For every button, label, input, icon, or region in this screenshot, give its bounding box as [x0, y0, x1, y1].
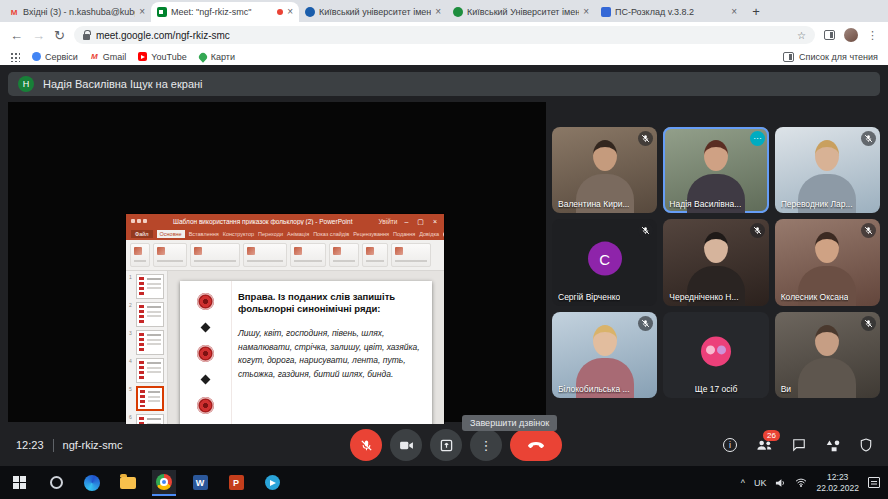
ribbon-tab-view[interactable]: Подання — [393, 231, 415, 237]
apps-grid-icon[interactable] — [10, 52, 20, 62]
editing-group[interactable] — [329, 243, 359, 267]
system-tray: ^ UK 12:23 22.02.2022 — [741, 472, 880, 493]
bookmark-youtube[interactable]: YouTube — [138, 52, 186, 62]
self-view-tile[interactable]: Ви — [775, 312, 880, 398]
ribbon-tab-design[interactable]: Конструктор — [223, 231, 254, 237]
ribbon-tab-animations[interactable]: Анімація — [287, 231, 309, 237]
slide-thumbnail[interactable]: 1 — [129, 274, 164, 299]
mic-toggle-button[interactable] — [350, 429, 382, 461]
slides-group[interactable] — [153, 243, 187, 267]
ribbon-tab-help[interactable]: Довідка — [419, 231, 439, 237]
address-bar[interactable]: meet.google.com/ngf-rkiz-smc ☆ — [74, 26, 815, 44]
volume-icon[interactable] — [775, 478, 786, 488]
taskbar-chrome-active[interactable] — [152, 470, 176, 496]
participant-tile[interactable]: Колесник Оксана — [775, 219, 880, 305]
gmail-favicon-icon — [9, 7, 19, 17]
taskbar-explorer[interactable] — [116, 470, 140, 496]
slide-thumbnail[interactable]: 3 — [129, 330, 164, 355]
participants-button[interactable]: 26 — [756, 439, 773, 451]
forward-button[interactable]: → — [32, 29, 45, 42]
new-tab-button[interactable]: + — [747, 3, 765, 21]
taskbar-powerpoint[interactable] — [224, 470, 248, 496]
language-indicator[interactable]: UK — [754, 478, 767, 488]
tab-close-icon[interactable]: × — [731, 7, 737, 17]
close-icon[interactable]: × — [431, 218, 439, 225]
leaf-icon — [201, 322, 211, 332]
tab-close-icon[interactable]: × — [139, 7, 145, 17]
share-button[interactable]: Спільний доступ — [443, 231, 444, 237]
taskbar-edge[interactable] — [80, 470, 104, 496]
ribbon-tab-transitions[interactable]: Переходи — [258, 231, 283, 237]
quick-access-toolbar — [131, 219, 147, 223]
search-button[interactable] — [44, 470, 68, 496]
tab-meet[interactable]: Meet: "ngf-rkiz-smc" × — [151, 2, 299, 22]
camera-toggle-button[interactable] — [390, 429, 422, 461]
tray-expand-icon[interactable]: ^ — [741, 478, 745, 488]
more-participants-tile[interactable]: Ще 17 осіб — [663, 312, 768, 398]
more-options-button[interactable]: ⋮ — [470, 429, 502, 461]
meet-control-bar: 12:23 ngf-rkiz-smc ⋮ 26 — [0, 424, 888, 466]
signin-button[interactable]: Увійти — [378, 218, 397, 225]
maps-pin-icon — [197, 51, 208, 62]
word-icon — [193, 475, 208, 490]
ribbon-tab-home[interactable]: Основне — [157, 230, 185, 238]
services-icon — [32, 52, 41, 61]
voice-group[interactable] — [362, 243, 388, 267]
tab-close-icon[interactable]: × — [583, 7, 589, 17]
participant-name: Колесник Оксана — [781, 292, 849, 302]
activities-button[interactable] — [825, 439, 841, 452]
participant-tile-active-speaker[interactable]: ⋯ Надія Василівна... — [663, 127, 768, 213]
designer-group[interactable] — [391, 243, 431, 267]
tab-schedule[interactable]: ПС-Розклад v.3.8.2 × — [595, 2, 743, 22]
back-button[interactable]: ← — [10, 29, 23, 42]
maximize-icon[interactable]: ▢ — [415, 218, 426, 225]
participant-tile[interactable]: Білокобильська ... — [552, 312, 657, 398]
taskbar-clock[interactable]: 12:23 22.02.2022 — [816, 472, 859, 493]
slide-thumbnail-selected[interactable]: 5 — [129, 386, 164, 411]
participant-tile[interactable]: Чередніченко Н... — [663, 219, 768, 305]
ribbon-tab-file[interactable]: Файл — [131, 230, 153, 238]
ribbon-tab-insert[interactable]: Вставлення — [189, 231, 219, 237]
start-button[interactable] — [8, 470, 32, 496]
clipboard-group[interactable] — [130, 243, 150, 267]
bookmark-star-icon[interactable]: ☆ — [797, 30, 806, 41]
folder-icon — [120, 477, 136, 489]
minimize-icon[interactable]: – — [402, 218, 410, 225]
action-center-icon[interactable] — [868, 477, 880, 488]
ribbon-tab-slideshow[interactable]: Показ слайдів — [313, 231, 349, 237]
ribbon-tab-review[interactable]: Рецензування — [353, 231, 389, 237]
tab-close-icon[interactable]: × — [287, 7, 293, 17]
shared-screen[interactable]: Шаблон використання приказок фольклору (… — [8, 102, 546, 422]
drawing-group[interactable] — [290, 243, 326, 267]
bookmark-gmail[interactable]: Gmail — [90, 52, 127, 62]
reload-button[interactable]: ↻ — [54, 29, 65, 42]
reading-list-button[interactable]: Список для чтения — [783, 52, 878, 62]
bookmark-maps[interactable]: Карти — [199, 52, 235, 62]
participant-tile[interactable]: С Сергій Вірченко — [552, 219, 657, 305]
end-call-button[interactable] — [510, 429, 562, 461]
host-controls-button[interactable] — [860, 438, 872, 452]
participant-tile[interactable]: Переводник Лар... — [775, 127, 880, 213]
slide-thumbnail[interactable]: 4 — [129, 358, 164, 383]
browser-menu-icon[interactable]: ⋮ — [867, 29, 878, 42]
tab-university-2[interactable]: Київський Університет імені Б × — [447, 2, 595, 22]
meeting-details-button[interactable] — [723, 438, 737, 452]
tab-close-icon[interactable]: × — [435, 7, 441, 17]
taskbar-telegram[interactable] — [260, 470, 284, 496]
participant-tile[interactable]: Валентина Кири... — [552, 127, 657, 213]
side-panel-icon[interactable] — [824, 30, 835, 40]
tab-university-1[interactable]: Київський університет імені Б × — [299, 2, 447, 22]
present-screen-button[interactable] — [430, 429, 462, 461]
network-icon[interactable] — [795, 478, 807, 487]
tab-gmail[interactable]: Вхідні (3) - n.kashuba@kubg... × — [3, 2, 151, 22]
activities-icon — [825, 439, 841, 452]
paragraph-group[interactable] — [243, 243, 287, 267]
slide-thumbnail[interactable]: 2 — [129, 302, 164, 327]
profile-avatar[interactable] — [844, 28, 858, 42]
bookmark-services[interactable]: Сервіси — [32, 52, 78, 62]
chat-button[interactable] — [792, 438, 806, 452]
slide-thumb-image — [136, 386, 164, 411]
taskbar-word[interactable] — [188, 470, 212, 496]
participant-name: Чередніченко Н... — [669, 292, 738, 302]
font-group[interactable] — [190, 243, 240, 267]
